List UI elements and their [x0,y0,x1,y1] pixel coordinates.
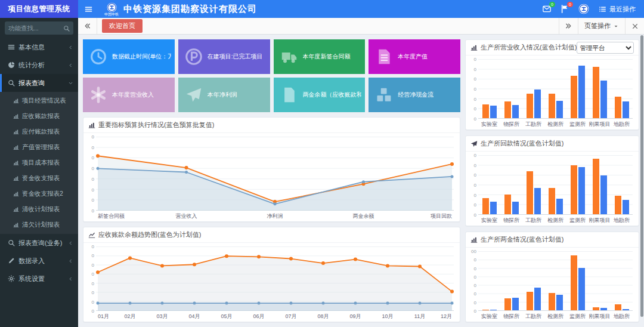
submenu-item-清欠计划报表[interactable]: 清欠计划报表 [0,217,78,233]
bar-group-地勘所 [611,155,633,214]
chevron-left-icon [68,63,73,68]
x-tick-label: 12月 [441,313,452,320]
x-tick-label: 地勘所 [611,311,633,320]
orange-bar [615,97,621,118]
bar-group-检测所 [544,59,566,118]
bar-group-工勘所 [522,251,544,310]
bar-chart-icon [88,122,95,129]
sidebar-item-label: 报表查询(业务) [18,239,68,248]
x-tick-label: 检测所 [544,311,566,320]
panel-payback-by-unit: 生产所回款情况(蓝色计划值) 0000000实验室物探所工勘所检测所监测所刚果项… [465,135,639,226]
submenu-item-项目成本报表[interactable]: 项目成本报表 [0,155,78,171]
recent-operations-button[interactable]: 最近操作 [599,5,636,14]
close-tab-button[interactable] [625,18,644,34]
blue-bar [578,66,585,118]
flag-icon[interactable]: 0 [561,5,569,13]
sidebar-item-系统设置[interactable]: 系统设置 [0,270,78,288]
cubes-icon [376,87,392,103]
orange-bar [482,198,489,214]
submenu-item-label: 清欠计划报表 [22,221,60,229]
orange-bar [615,196,621,214]
tab-welcome-home[interactable]: 欢迎首页 [102,19,143,33]
submenu-item-产值管理报表[interactable]: 产值管理报表 [0,140,78,155]
tile-label: 数据截止时间(单位：万元) [112,53,171,61]
paper-plane-icon [470,140,478,147]
submenu-item-项目经营情况表[interactable]: 项目经营情况表 [0,93,78,109]
flag-badge: 0 [567,2,573,7]
payback-by-unit-chart: 0000000实验室物探所工勘所检测所监测所刚果项目地勘所 [466,152,639,226]
vertical-scrollbar[interactable] [640,35,643,326]
kpi-tile-本年净利润[interactable]: 本年净利润 [178,78,270,112]
orange-bar [593,67,599,118]
app-window: 项目信息管理系统 基本信息统计分析报表查询项目经营情况表应收账款报表应付账款报表… [0,0,644,327]
line-chart-svg [96,137,454,211]
panel-twofunds-by-unit: 生产所两金情况(蓝色计划值) 000000000实验室物探所工勘所检测所监测所刚… [465,232,639,322]
kpi-tile-经营净现金流[interactable]: 经营净现金流 [369,78,460,112]
x-tick-label: 实验室 [478,119,500,128]
orange-bar [593,159,599,214]
kpi-tile-两金余额（应收账款和存货）[interactable]: 两金余额（应收账款和存货） [274,78,366,112]
search-input[interactable] [8,24,63,32]
x-tick-label: 实验室 [478,311,500,320]
submenu-item-应收账款报表[interactable]: 应收账款报表 [0,109,78,124]
submenu-item-清收计划报表[interactable]: 清收计划报表 [0,202,78,217]
orange-bar [527,292,533,310]
top-header: 中国中铁 中铁资源集团勘察设计有限公司 0 0 最近操作 [78,0,644,18]
tab-operations-dropdown[interactable]: 页签操作 [578,18,625,34]
plot-area [478,251,633,311]
sidebar-item-报表查询(业务)[interactable]: 报表查询(业务) [0,234,78,252]
kpi-tile-数据截止时间(单位：万元)[interactable]: 数据截止时间(单位：万元) [83,39,175,74]
blue-bar [534,288,541,310]
submenu-item-资金收支报表2[interactable]: 资金收支报表2 [0,186,78,202]
scroll-tabs-right-button[interactable] [559,18,578,34]
blue-bar [623,101,629,118]
bar-group-物探所 [500,59,522,118]
panel-receivable-trend: 应收账款余额趋势图(蓝色为计划值) 0000000001月02月03月04月05… [83,227,460,322]
submenu: 项目经营情况表应收账款报表应付账款报表产值管理报表项目成本报表资金收支报表资金收… [0,92,78,234]
kpi-tile-在建项目:已完工项目[interactable]: 在建项目:已完工项目 [178,39,270,74]
sidebar-item-统计分析[interactable]: 统计分析 [0,56,78,74]
tab-bar: 欢迎首页 页签操作 [78,18,644,35]
x-tick-label: 11月 [414,313,425,320]
search-icon[interactable] [63,25,70,32]
bar-chart-icon [13,160,19,166]
hamburger-icon[interactable] [78,0,98,18]
sidebar-item-label: 报表查询 [18,79,68,88]
blue-bar [512,202,519,214]
bar-chart-icon [470,236,478,243]
line-chart-svg [96,246,454,311]
sidebar-item-数据录入[interactable]: 数据录入 [0,252,78,270]
twofunds-by-unit-chart: 000000000实验室物探所工勘所检测所监测所刚果项目地勘所 [466,248,639,322]
scroll-tabs-left-button[interactable] [78,18,97,34]
x-tick-label: 工勘所 [522,119,544,128]
panel-revenue-by-unit: 生产所营业收入情况(蓝色计划值) 管理平台 0000000实验室物探所工勘所检测… [465,39,639,130]
bar-group-实验室 [478,59,500,118]
kpi-tile-本年度营业收入[interactable]: 本年度营业收入 [83,78,175,112]
header-emblem-icon[interactable] [578,4,589,14]
platform-select[interactable]: 管理平台 [577,42,634,54]
orange-bar [482,310,489,310]
x-tick-label: 刚果项目 [589,311,611,320]
kpi-tile-本年度产值[interactable]: 本年度产值 [369,39,460,74]
plot-area [478,155,633,215]
sidebar-item-基本信息[interactable]: 基本信息 [0,38,78,56]
left-column: 数据截止时间(单位：万元)在建项目:已完工项目本年度新签合同额本年度产值本年度营… [83,39,460,322]
kpi-tile-本年度新签合同额[interactable]: 本年度新签合同额 [274,39,366,74]
x-axis-labels: 实验室物探所工勘所检测所监测所刚果项目地勘所 [478,215,633,224]
bar-chart-icon [13,144,19,150]
orange-bar [549,188,555,214]
submenu-item-资金收支报表[interactable]: 资金收支报表 [0,171,78,186]
bar-chart-icon [13,129,19,135]
x-tick-label: 物探所 [500,311,522,320]
submenu-item-应付账款报表[interactable]: 应付账款报表 [0,124,78,140]
bar-group-工勘所 [522,155,544,214]
blue-bar [512,105,519,118]
x-tick-label: 营业收入 [176,212,197,220]
x-tick-label: 两金余额 [353,212,374,220]
y-axis: 000000000 [469,251,478,311]
orange-bar [549,293,555,310]
gear-icon [8,275,15,282]
blue-bar [600,308,607,310]
mail-icon[interactable]: 0 [543,5,551,13]
sidebar-item-报表查询[interactable]: 报表查询 [0,74,78,92]
